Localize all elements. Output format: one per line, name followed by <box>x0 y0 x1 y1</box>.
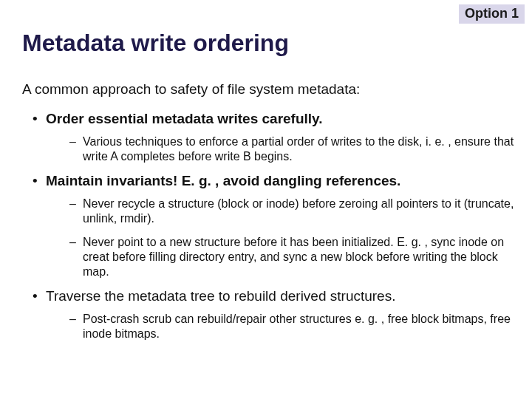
bullet-label: Order essential metadata writes carefull… <box>46 111 323 126</box>
sub-list: Various techniques to enforce a partial … <box>46 134 517 164</box>
bullet-item: Order essential metadata writes carefull… <box>33 111 517 164</box>
sub-item: Various techniques to enforce a partial … <box>69 134 517 164</box>
slide-content: A common approach to safety of file syst… <box>22 81 517 350</box>
bullet-item: Traverse the metadata tree to rebuild de… <box>33 288 517 341</box>
bullet-label: Maintain invariants! E. g. , avoid dangl… <box>46 173 400 188</box>
sub-item: Never point to a new structure before it… <box>69 235 517 279</box>
sub-list: Post-crash scrub can rebuild/repair othe… <box>46 312 517 341</box>
bullet-label: Traverse the metadata tree to rebuild de… <box>46 288 395 304</box>
option-badge: Option 1 <box>459 4 525 24</box>
sub-item: Never recycle a structure (block or inod… <box>69 197 517 226</box>
intro-text: A common approach to safety of file syst… <box>22 81 517 98</box>
sub-list: Never recycle a structure (block or inod… <box>46 197 517 279</box>
slide-title: Metadata write ordering <box>22 30 289 57</box>
bullet-list: Order essential metadata writes carefull… <box>22 111 517 341</box>
bullet-item: Maintain invariants! E. g. , avoid dangl… <box>33 173 517 279</box>
sub-item: Post-crash scrub can rebuild/repair othe… <box>69 312 517 341</box>
